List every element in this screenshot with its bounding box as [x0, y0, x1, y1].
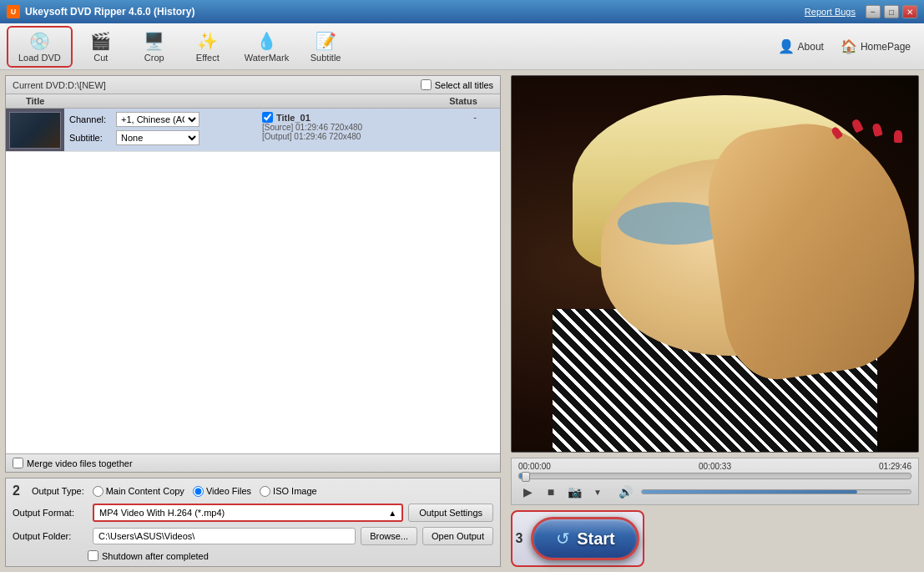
- play-button[interactable]: ▶: [518, 483, 537, 501]
- main-content: Current DVD:D:\[NEW] Select all titles T…: [0, 70, 924, 572]
- volume-bar[interactable]: [641, 489, 911, 494]
- effect-label: Effect: [196, 53, 220, 63]
- output-folder-input[interactable]: [93, 528, 356, 544]
- th-title: Title: [26, 96, 430, 106]
- output-format-value: MP4 Video With H.264 (*.mp4): [99, 508, 225, 518]
- stop-button[interactable]: ■: [542, 483, 560, 501]
- select-all-label: Select all titles: [435, 80, 493, 90]
- shutdown-row: Shutdown after completed: [13, 550, 493, 561]
- channel-select[interactable]: +1, Chinese (AC3) [0x80]: [116, 112, 199, 127]
- subtitle-select[interactable]: None: [116, 130, 199, 145]
- th-status: Status: [430, 96, 497, 106]
- about-icon: 👤: [778, 38, 795, 54]
- radio-main-content[interactable]: Main Content Copy: [93, 486, 184, 497]
- merge-checkbox[interactable]: [13, 458, 23, 468]
- restore-button[interactable]: □: [884, 5, 899, 18]
- radio-iso-image-input[interactable]: [260, 486, 270, 497]
- radio-iso-image[interactable]: ISO Image: [260, 486, 317, 497]
- time-start: 00:00:00: [518, 462, 551, 471]
- subtitle-row: Subtitle: None: [69, 130, 254, 145]
- title-bar: U Ukeysoft DVD Ripper 4.6.0 (History) Re…: [0, 0, 924, 23]
- radio-video-files[interactable]: Video Files: [193, 486, 251, 497]
- title-source: [Source] 01:29:46 720x480: [262, 123, 447, 132]
- progress-thumb[interactable]: [522, 472, 530, 482]
- radio-video-files-input[interactable]: [193, 486, 204, 497]
- step-3-label: 3: [516, 531, 523, 546]
- output-format-select[interactable]: MP4 Video With H.264 (*.mp4) ▲: [93, 504, 403, 522]
- file-list-area: Current DVD:D:\[NEW] Select all titles T…: [5, 75, 501, 473]
- radio-main-content-input[interactable]: [93, 486, 104, 497]
- channel-row: Channel: +1, Chinese (AC3) [0x80]: [69, 112, 254, 127]
- start-button[interactable]: ↺ Start: [531, 517, 639, 560]
- homepage-icon: 🏠: [841, 38, 857, 54]
- title-controls: − □ ✕: [866, 5, 917, 18]
- right-panel: 00:00:00 00:00:33 01:29:46 ▶ ■ 📷 ▼ 🔊: [506, 70, 924, 572]
- current-dvd-label: Current DVD:D:\[NEW]: [13, 80, 106, 90]
- shutdown-checkbox[interactable]: [88, 550, 98, 561]
- table-header: Title Status: [6, 94, 500, 109]
- th-check: [9, 96, 26, 106]
- table-row: Channel: +1, Chinese (AC3) [0x80] Subtit…: [6, 109, 500, 152]
- about-button[interactable]: 👤 About: [771, 35, 831, 58]
- controls-row: ▶ ■ 📷 ▼ 🔊: [518, 483, 911, 501]
- thumb-image: [9, 112, 61, 149]
- load-dvd-icon: 💿: [29, 31, 50, 51]
- toolbar-right: 👤 About 🏠 HomePage: [771, 35, 917, 58]
- subtitle-label: Subtitle:: [69, 133, 111, 143]
- progress-bar[interactable]: [518, 473, 911, 479]
- select-all-checkbox[interactable]: [421, 79, 432, 90]
- cut-button[interactable]: 🎬 Cut: [76, 28, 126, 66]
- subtitle-button[interactable]: 📝 Subtitle: [300, 28, 351, 66]
- subtitle-label: Subtitle: [311, 53, 341, 63]
- watermark-button[interactable]: 💧 WaterMark: [236, 28, 297, 66]
- output-type-label: Output Type:: [32, 486, 84, 496]
- person-layer: [512, 95, 918, 453]
- radio-iso-image-label: ISO Image: [273, 486, 317, 496]
- watermark-icon: 💧: [256, 31, 277, 51]
- minimize-button[interactable]: −: [866, 5, 881, 18]
- radio-main-content-label: Main Content Copy: [106, 486, 184, 496]
- radio-video-files-label: Video Files: [206, 486, 251, 496]
- snapshot-dropdown[interactable]: ▼: [588, 483, 607, 501]
- volume-icon: 🔊: [619, 485, 633, 499]
- output-section: 2 Output Type: Main Content Copy Video F…: [5, 478, 501, 567]
- homepage-label: HomePage: [861, 41, 911, 53]
- title-table: Channel: +1, Chinese (AC3) [0x80] Subtit…: [6, 109, 500, 453]
- time-end: 01:29:46: [879, 462, 911, 471]
- file-list-header: Current DVD:D:\[NEW] Select all titles: [6, 76, 500, 94]
- load-dvd-label: Load DVD: [18, 53, 61, 63]
- output-settings-button[interactable]: Output Settings: [408, 504, 493, 522]
- merge-label: Merge video files together: [27, 458, 133, 468]
- title-info: Title_01 [Source] 01:29:46 720x480 [Outp…: [259, 109, 450, 151]
- effect-icon: ✨: [197, 31, 218, 51]
- load-dvd-button[interactable]: 💿 Load DVD: [7, 26, 73, 68]
- crop-button[interactable]: 🖥️ Crop: [129, 28, 179, 66]
- watermark-label: WaterMark: [245, 53, 289, 63]
- toolbar: 💿 Load DVD 🎬 Cut 🖥️ Crop ✨ Effect 💧 Wate…: [0, 23, 924, 70]
- output-format-label: Output Format:: [13, 508, 88, 518]
- title-thumbnail: [6, 109, 64, 151]
- effect-button[interactable]: ✨ Effect: [183, 28, 233, 66]
- output-type-row: 2 Output Type: Main Content Copy Video F…: [13, 483, 493, 499]
- nail-3: [851, 119, 863, 134]
- title-checkbox[interactable]: [262, 112, 273, 123]
- start-label: Start: [577, 529, 615, 549]
- cut-icon: 🎬: [90, 31, 111, 51]
- snapshot-button[interactable]: 📷: [565, 483, 583, 501]
- report-bugs-link[interactable]: Report Bugs: [805, 7, 856, 17]
- step-3-row: 3 ↺ Start: [516, 517, 640, 560]
- start-section: 3 ↺ Start: [511, 510, 644, 567]
- open-output-button[interactable]: Open Output: [422, 527, 493, 545]
- title-bar-left: U Ukeysoft DVD Ripper 4.6.0 (History): [7, 5, 194, 18]
- app-icon: U: [7, 5, 20, 18]
- output-folder-row: Output Folder: Browse... Open Output: [13, 527, 493, 545]
- video-controls: 00:00:00 00:00:33 01:29:46 ▶ ■ 📷 ▼ 🔊: [511, 458, 919, 505]
- homepage-button[interactable]: 🏠 HomePage: [834, 35, 917, 58]
- output-folder-label: Output Folder:: [13, 531, 88, 541]
- crop-icon: 🖥️: [144, 31, 164, 51]
- about-label: About: [798, 41, 824, 53]
- close-button[interactable]: ✕: [902, 5, 917, 18]
- title-row-info: Channel: +1, Chinese (AC3) [0x80] Subtit…: [64, 109, 259, 151]
- browse-button[interactable]: Browse...: [361, 527, 417, 545]
- merge-row: Merge video files together: [6, 453, 500, 472]
